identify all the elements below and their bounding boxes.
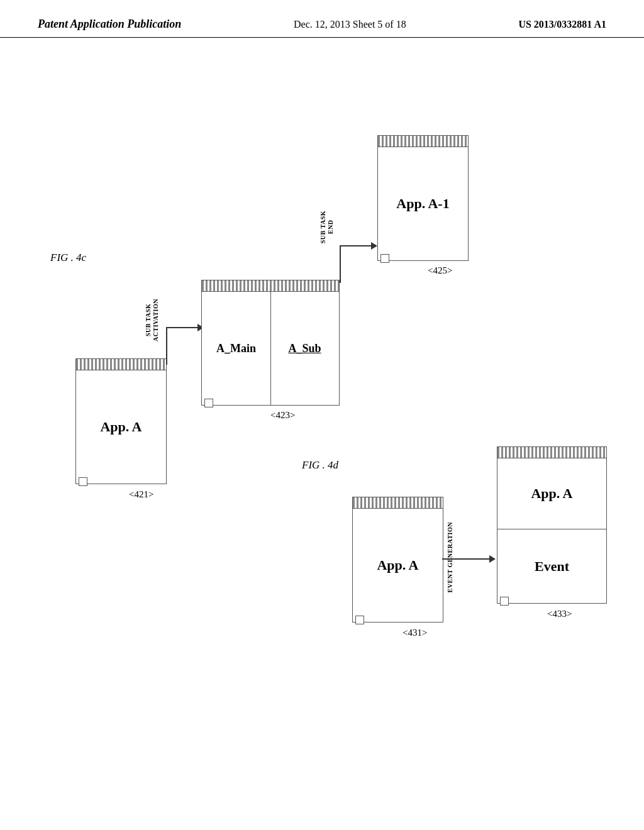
box-423-header (202, 280, 339, 292)
box-423-footer (204, 399, 213, 407)
box-431: App. A (352, 497, 443, 622)
box-433-footer (500, 597, 509, 606)
box-431-footer (355, 616, 364, 624)
box-421: App. A (75, 358, 167, 484)
box-425-header (378, 136, 468, 147)
publication-date: Dec. 12, 2013 Sheet 5 of 18 (294, 19, 406, 30)
box-425-content: App. A-1 (378, 147, 468, 260)
page-header: Patent Application Publication Dec. 12, … (0, 0, 644, 38)
subtask-activation-line-v (166, 327, 167, 365)
subtask-end-line-v (340, 245, 341, 283)
subtask-activation-label: SUB TASKACTIVATION (145, 299, 160, 341)
ref-425: <425> (428, 265, 452, 276)
ref-433: <433> (547, 609, 572, 619)
box-421-footer (79, 477, 87, 486)
box-425-label: App. A-1 (396, 196, 449, 212)
box-433-bottom-content: Event (497, 529, 606, 603)
main-content: FIG . 4c App. A <421> SUB TASKACTIVATION… (0, 38, 644, 821)
box-423-main-label: A_Main (216, 342, 256, 355)
box-423-right-content: A_Sub (270, 292, 339, 405)
box-433-event-label: Event (535, 558, 569, 575)
box-425-footer (380, 254, 389, 263)
subtask-activation-line-h (166, 327, 201, 328)
box-431-header (353, 497, 443, 509)
box-421-label: App. A (100, 419, 142, 435)
subtask-end-label: SUB TASKEND (319, 211, 335, 243)
subtask-end-line-h (340, 245, 374, 246)
box-433-app-label: App. A (531, 485, 572, 502)
publication-title: Patent Application Publication (38, 18, 181, 31)
box-425: App. A-1 (377, 135, 469, 261)
event-gen-arrowhead (489, 555, 496, 563)
box-423-sub-label: A_Sub (288, 342, 321, 355)
fig4c-label: FIG . 4c (50, 252, 86, 264)
box-421-header (76, 359, 166, 370)
box-433-top-content: App. A (497, 458, 606, 529)
fig4d-label: FIG . 4d (302, 459, 338, 472)
box-433-header (497, 447, 606, 458)
ref-431: <431> (402, 628, 427, 638)
box-431-label: App. A (377, 557, 418, 573)
box-421-content: App. A (76, 370, 166, 484)
publication-number: US 2013/0332881 A1 (518, 19, 606, 30)
box-431-content: App. A (353, 509, 443, 622)
box-423-left-content: A_Main (202, 292, 270, 405)
subtask-end-arrowhead (371, 242, 377, 250)
ref-423: <423> (270, 410, 295, 421)
event-gen-label: EVENT GENERATION (447, 522, 454, 592)
box-433: App. A Event (497, 446, 607, 604)
ref-421: <421> (129, 489, 153, 500)
box-423: A_Main A_Sub (201, 280, 340, 406)
